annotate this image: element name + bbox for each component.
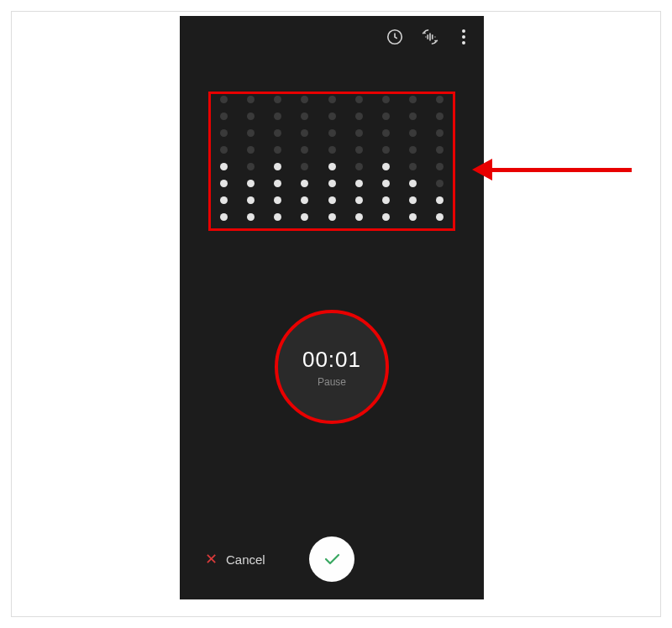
- visualizer-dot: [382, 146, 390, 154]
- screenshot-frame: 00:01 Pause ✕ Cancel: [11, 11, 661, 617]
- visualizer-dot: [409, 180, 417, 187]
- visualizer-dot: [409, 163, 417, 170]
- cancel-button[interactable]: ✕ Cancel: [205, 550, 265, 568]
- visualizer-dot: [328, 129, 336, 137]
- visualizer-dot: [247, 96, 255, 103]
- visualizer-dot: [382, 196, 390, 204]
- visualizer-dot: [355, 213, 363, 221]
- visualizer-dot: [409, 96, 417, 103]
- visualizer-dot: [436, 213, 444, 221]
- visualizer-dot: [436, 180, 444, 187]
- visualizer-dot: [382, 163, 390, 170]
- visualizer-dot: [328, 213, 336, 221]
- app-topbar: [180, 16, 484, 55]
- visualizer-dot: [382, 113, 390, 120]
- visualizer-dot: [409, 113, 417, 120]
- audio-visualizer: [218, 102, 445, 221]
- visualizer-dot: [220, 213, 228, 221]
- visualizer-dot: [274, 129, 281, 137]
- visualizer-dot: [220, 180, 228, 187]
- visualizer-dot: [382, 213, 390, 221]
- phone-screen: 00:01 Pause ✕ Cancel: [180, 16, 484, 599]
- visualizer-dot: [274, 180, 281, 187]
- visualizer-dot: [301, 96, 308, 103]
- audio-convert-icon[interactable]: [420, 27, 440, 47]
- visualizer-dot: [274, 146, 281, 154]
- visualizer-dot: [247, 113, 255, 120]
- check-icon: [322, 549, 342, 569]
- visualizer-dot: [247, 163, 255, 170]
- visualizer-row: [218, 129, 445, 137]
- visualizer-dot: [328, 146, 336, 154]
- visualizer-dot: [301, 146, 308, 154]
- visualizer-dot: [436, 129, 444, 137]
- visualizer-dot: [220, 196, 228, 204]
- visualizer-dot: [355, 113, 363, 120]
- cancel-label: Cancel: [226, 552, 265, 567]
- record-pause-button[interactable]: 00:01 Pause: [275, 310, 389, 424]
- visualizer-dot: [301, 163, 308, 170]
- visualizer-dot: [220, 129, 228, 137]
- bottom-controls: ✕ Cancel: [180, 532, 484, 586]
- visualizer-row: [218, 163, 445, 170]
- visualizer-dot: [436, 196, 444, 204]
- visualizer-dot: [247, 196, 255, 204]
- visualizer-dot: [409, 213, 417, 221]
- confirm-button[interactable]: [309, 536, 354, 582]
- visualizer-dot: [301, 196, 308, 204]
- visualizer-row: [218, 113, 445, 120]
- visualizer-row: [218, 180, 445, 187]
- close-icon: ✕: [205, 550, 218, 568]
- recording-state-label: Pause: [318, 376, 346, 388]
- visualizer-dot: [355, 163, 363, 170]
- visualizer-row: [218, 96, 445, 103]
- visualizer-dot: [301, 129, 308, 137]
- visualizer-dot: [328, 196, 336, 204]
- visualizer-dot: [220, 163, 228, 170]
- visualizer-dot: [247, 146, 255, 154]
- visualizer-row: [218, 196, 445, 204]
- visualizer-dot: [355, 96, 363, 103]
- annotation-arrow: [472, 161, 632, 178]
- visualizer-dot: [274, 213, 281, 221]
- visualizer-dot: [409, 196, 417, 204]
- visualizer-dot: [328, 113, 336, 120]
- visualizer-dot: [301, 180, 308, 187]
- visualizer-dot: [274, 163, 281, 170]
- visualizer-dot: [328, 180, 336, 187]
- visualizer-dot: [328, 96, 336, 103]
- recording-timer: 00:01: [302, 347, 361, 373]
- visualizer-dot: [274, 96, 281, 103]
- visualizer-dot: [436, 163, 444, 170]
- visualizer-dot: [409, 146, 417, 154]
- visualizer-dot: [220, 113, 228, 120]
- visualizer-dot: [436, 146, 444, 154]
- visualizer-dot: [274, 113, 281, 120]
- visualizer-dot: [382, 180, 390, 187]
- visualizer-row: [218, 213, 445, 221]
- visualizer-dot: [274, 196, 281, 204]
- visualizer-dot: [355, 146, 363, 154]
- visualizer-dot: [436, 113, 444, 120]
- visualizer-row: [218, 146, 445, 154]
- visualizer-dot: [328, 163, 336, 170]
- visualizer-dot: [247, 129, 255, 137]
- visualizer-dot: [382, 129, 390, 137]
- visualizer-dot: [355, 180, 363, 187]
- more-menu-icon[interactable]: [455, 29, 472, 44]
- history-icon[interactable]: [385, 27, 405, 47]
- visualizer-dot: [355, 196, 363, 204]
- visualizer-dot: [436, 96, 444, 103]
- visualizer-dot: [355, 129, 363, 137]
- visualizer-dot: [220, 96, 228, 103]
- visualizer-dot: [247, 213, 255, 221]
- visualizer-dot: [301, 213, 308, 221]
- visualizer-dot: [247, 180, 255, 187]
- visualizer-dot: [220, 146, 228, 154]
- visualizer-dot: [409, 129, 417, 137]
- visualizer-dot: [382, 96, 390, 103]
- visualizer-dot: [301, 113, 308, 120]
